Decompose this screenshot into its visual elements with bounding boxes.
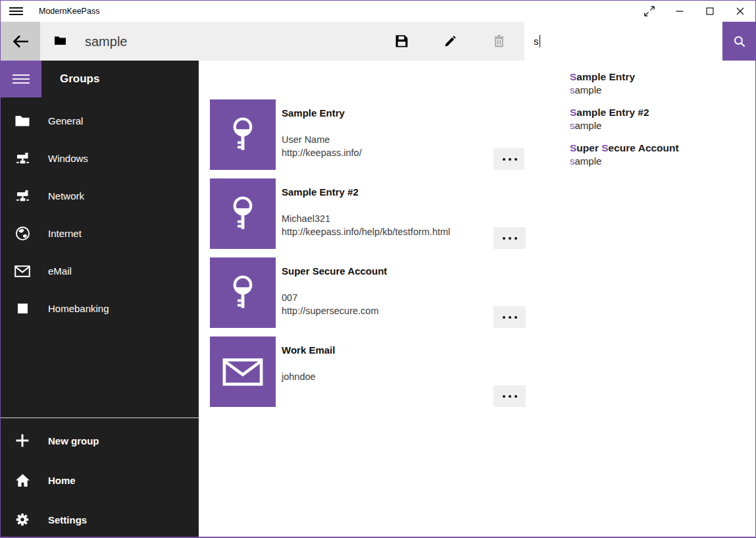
suggestion-subtitle: sample: [570, 155, 750, 168]
entry-tile: [210, 257, 276, 328]
entry-url: http://supersecure.com: [282, 306, 379, 316]
pencil-icon: [443, 34, 457, 48]
close-icon: [734, 5, 746, 17]
back-arrow-icon: [12, 34, 30, 49]
suggestion-title: Super Secure Account: [570, 142, 750, 155]
sidebar: Groups General Windows Network: [1, 61, 199, 537]
app-window: ModernKeePass sample: [0, 0, 756, 538]
sidebar-actions: New group Home: [1, 421, 199, 538]
sidebar-item-label: General: [48, 115, 83, 126]
search-suggestion[interactable]: Sample Entry #2sample: [524, 102, 756, 138]
trash-icon: [492, 34, 506, 48]
entry-row-super-secure-account[interactable]: Super Secure Account 007 http://supersec…: [199, 257, 755, 328]
suggestion-subtitle: sample: [570, 84, 750, 97]
home-icon: [14, 473, 30, 487]
key-icon: [229, 115, 257, 155]
entry-title: Super Secure Account: [282, 265, 387, 277]
search-suggestions: Sample EntrysampleSample Entry #2sampleS…: [524, 61, 756, 182]
search-suggestion[interactable]: Super Secure Accountsample: [524, 138, 756, 173]
group-list: General Windows Network Internet: [1, 102, 199, 327]
back-button[interactable]: [1, 22, 40, 61]
sidebar-item-label: Windows: [48, 153, 88, 164]
window-controls: [634, 1, 755, 22]
entry-tile: [210, 99, 276, 170]
maximize-button[interactable]: [695, 1, 725, 22]
ellipsis-icon: [503, 316, 505, 319]
sidebar-item-general[interactable]: General: [1, 102, 199, 140]
ellipsis-icon: [503, 237, 505, 240]
maximize-icon: [704, 5, 716, 17]
sidebar-separator: [1, 417, 199, 418]
entry-username: 007: [282, 292, 297, 303]
sidebar-item-internet[interactable]: Internet: [1, 215, 199, 252]
envelope-icon: [14, 265, 30, 277]
delete-button[interactable]: [474, 22, 523, 61]
mail-icon: [222, 358, 263, 387]
search-query-text: s: [534, 36, 539, 47]
key-icon: [229, 194, 257, 234]
hamburger-icon: [13, 72, 30, 86]
titlebar-hamburger-button[interactable]: [1, 1, 31, 22]
database-title: sample: [85, 34, 127, 49]
sidebar-item-label: New group: [48, 435, 99, 446]
sidebar-item-label: eMail: [48, 265, 72, 277]
entry-url: http://keepass.info/: [282, 148, 362, 158]
groups-header: Groups: [60, 61, 99, 97]
suggestion-title: Sample Entry: [570, 70, 750, 84]
gear-icon: [14, 512, 30, 527]
entry-title: Work Email: [282, 344, 335, 356]
search-suggestion[interactable]: Sample Entrysample: [524, 67, 756, 102]
ellipsis-icon: [503, 158, 505, 161]
fullscreen-button[interactable]: [634, 1, 665, 22]
entry-row-work-email[interactable]: Work Email johndoe: [199, 336, 755, 407]
sidebar-item-windows[interactable]: Windows: [1, 140, 199, 177]
entry-row-sample-entry-2[interactable]: Sample Entry #2 Michael321 http://keepas…: [199, 178, 755, 249]
edit-button[interactable]: [426, 22, 474, 61]
search-box: s: [524, 22, 756, 61]
sidebar-item-label: Network: [48, 190, 84, 202]
sidebar-item-network[interactable]: Network: [1, 177, 199, 215]
sidebar-item-label: Homebanking: [48, 303, 109, 314]
entry-title: Sample Entry #2: [282, 186, 359, 198]
key-icon: [229, 273, 257, 313]
ellipsis-icon: [503, 395, 505, 398]
save-button[interactable]: [377, 22, 426, 61]
entry-username: Michael321: [282, 213, 330, 224]
sidebar-item-homebanking[interactable]: Homebanking: [1, 290, 199, 327]
suggestion-title: Sample Entry #2: [570, 106, 750, 119]
minimize-button[interactable]: [665, 1, 695, 22]
sidebar-item-label: Home: [48, 475, 76, 486]
network-computer-icon: [14, 152, 30, 165]
search-input[interactable]: s: [524, 22, 722, 61]
title-bar: ModernKeePass: [1, 1, 755, 22]
minimize-icon: [674, 5, 686, 17]
suggestion-subtitle: sample: [570, 119, 750, 132]
sidebar-hamburger-button[interactable]: [1, 61, 41, 97]
fullscreen-icon: [643, 5, 655, 17]
entry-tile: [210, 336, 276, 407]
entry-more-button[interactable]: [493, 306, 526, 328]
database-folder-icon: [55, 36, 66, 47]
entry-more-button[interactable]: [493, 227, 526, 249]
home-button[interactable]: Home: [1, 460, 199, 500]
entry-more-button[interactable]: [493, 148, 526, 170]
entry-tile: [210, 178, 276, 249]
plus-icon: [14, 433, 30, 448]
entry-title: Sample Entry: [282, 107, 345, 119]
entry-more-button[interactable]: [493, 385, 526, 407]
globe-icon: [14, 226, 30, 241]
entry-url: http://keepass.info/help/kb/testform.htm…: [282, 227, 450, 237]
command-buttons: [377, 22, 523, 61]
hamburger-icon: [9, 5, 23, 18]
entry-username: User Name: [282, 134, 330, 145]
close-button[interactable]: [725, 1, 755, 22]
network-computer-icon: [14, 190, 30, 202]
search-button[interactable]: [722, 22, 756, 61]
text-caret: [540, 35, 541, 47]
sidebar-item-email[interactable]: eMail: [1, 252, 199, 290]
new-group-button[interactable]: New group: [1, 421, 199, 460]
sidebar-item-label: Internet: [48, 228, 82, 239]
sidebar-item-label: Settings: [48, 514, 87, 525]
app-title: ModernKeePass: [39, 7, 99, 16]
settings-button[interactable]: Settings: [1, 500, 199, 538]
